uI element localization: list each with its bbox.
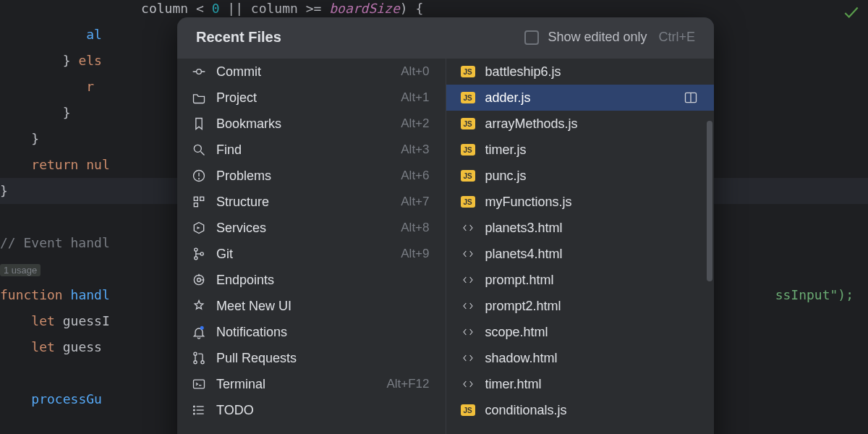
code-line-tail[interactable]: ssInput");	[775, 282, 854, 308]
tool-item-endpoints[interactable]: Endpoints	[177, 267, 446, 293]
svg-point-29	[194, 409, 195, 411]
tool-item-services[interactable]: ServicesAlt+8	[177, 215, 446, 241]
tool-shortcut: Alt+0	[401, 64, 429, 79]
structure-icon	[192, 195, 206, 209]
tool-shortcut: Alt+8	[401, 221, 429, 235]
file-name: conditionals.js	[485, 403, 699, 418]
tool-label: Project	[216, 90, 391, 106]
code-line[interactable]: let guess	[0, 334, 102, 360]
svg-rect-23	[194, 380, 205, 388]
file-name: scope.html	[485, 325, 699, 340]
tool-item-commit[interactable]: CommitAlt+0	[177, 59, 446, 85]
tool-shortcut: Alt+6	[401, 169, 429, 183]
file-item[interactable]: JSconditionals.js	[446, 397, 715, 423]
file-item[interactable]: timer.html	[446, 371, 715, 397]
code-line[interactable]: 1 usage	[0, 256, 41, 284]
html-file-icon	[461, 351, 475, 365]
tool-label: Structure	[216, 195, 391, 210]
svg-point-3	[194, 145, 201, 152]
svg-point-0	[197, 69, 202, 75]
analysis-ok-icon	[842, 3, 861, 22]
code-line[interactable]: al	[0, 22, 102, 48]
recent-files-list: JSbattleship6.jsJSadder.jsJSarrayMethods…	[446, 59, 715, 434]
file-item[interactable]: JSarrayMethods.js	[446, 111, 715, 137]
file-item[interactable]: JStimer.js	[446, 137, 715, 163]
js-file-icon: JS	[461, 196, 475, 208]
file-name: timer.html	[485, 377, 699, 392]
bookmark-icon	[192, 116, 206, 131]
svg-line-4	[201, 152, 205, 156]
todo-icon	[192, 403, 206, 417]
file-item[interactable]: planets4.html	[446, 241, 715, 267]
tool-shortcut: Alt+2	[401, 116, 429, 131]
js-file-icon: JS	[461, 404, 475, 416]
tool-label: Problems	[216, 169, 391, 184]
svg-point-30	[194, 413, 195, 414]
file-name: prompt2.html	[485, 299, 699, 314]
problems-icon	[192, 169, 206, 183]
code-line[interactable]: r	[0, 74, 94, 100]
tool-item-bookmark[interactable]: BookmarksAlt+2	[177, 111, 446, 137]
tool-item-project[interactable]: ProjectAlt+1	[177, 85, 446, 111]
file-item[interactable]: JSmyFunctions.js	[446, 189, 715, 215]
git-icon	[192, 247, 206, 261]
code-line[interactable]: }	[0, 178, 8, 204]
file-item[interactable]: JSadder.js	[446, 85, 715, 111]
services-icon	[192, 221, 206, 235]
recent-files-popup: Recent Files Show edited only Ctrl+E Com…	[177, 17, 714, 434]
svg-rect-8	[194, 197, 197, 200]
tool-item-structure[interactable]: StructureAlt+7	[177, 189, 446, 215]
file-name: shadow.html	[485, 351, 699, 366]
commit-icon	[192, 64, 206, 79]
tool-item-todo[interactable]: TODO	[177, 397, 446, 423]
tool-item-newui[interactable]: Meet New UI	[177, 293, 446, 319]
file-item[interactable]: prompt.html	[446, 267, 715, 293]
code-line[interactable]: }	[0, 126, 39, 152]
checkbox-icon	[524, 30, 539, 45]
tool-item-notif[interactable]: Notifications	[177, 319, 446, 345]
svg-point-13	[200, 252, 203, 255]
tool-item-terminal[interactable]: TerminalAlt+F12	[177, 371, 446, 397]
code-line[interactable]: processGu	[0, 386, 102, 412]
js-file-icon: JS	[461, 66, 475, 77]
svg-rect-10	[194, 203, 197, 207]
html-file-icon	[461, 325, 475, 339]
file-item[interactable]: JSpunc.js	[446, 163, 715, 189]
js-file-icon: JS	[461, 92, 475, 103]
html-file-icon	[461, 377, 475, 391]
html-file-icon	[461, 299, 475, 313]
tool-item-pull[interactable]: Pull Requests	[177, 345, 446, 371]
split-right-icon[interactable]	[684, 90, 698, 105]
svg-point-18	[200, 326, 204, 330]
file-item[interactable]: scope.html	[446, 319, 715, 345]
file-name: planets4.html	[485, 247, 699, 262]
svg-point-19	[194, 352, 197, 355]
scrollbar-thumb[interactable]	[707, 121, 712, 281]
code-line[interactable]: function handl	[0, 282, 110, 308]
svg-point-15	[197, 278, 201, 282]
file-name: planets3.html	[485, 221, 699, 236]
tool-item-find[interactable]: FindAlt+3	[177, 137, 446, 163]
code-line[interactable]: }	[0, 100, 71, 126]
file-name: myFunctions.js	[485, 195, 699, 210]
tool-label: Terminal	[216, 377, 376, 392]
notif-icon	[192, 325, 206, 339]
newui-icon	[192, 299, 206, 313]
html-file-icon	[461, 221, 475, 235]
tool-item-git[interactable]: GitAlt+9	[177, 241, 446, 267]
usage-hint[interactable]: 1 usage	[0, 264, 41, 276]
svg-rect-9	[200, 197, 204, 200]
js-file-icon: JS	[461, 118, 475, 129]
file-item[interactable]: JSbattleship6.js	[446, 59, 715, 85]
code-line[interactable]: return nul	[0, 152, 110, 178]
show-edited-shortcut: Ctrl+E	[658, 30, 695, 45]
file-item[interactable]: planets3.html	[446, 215, 715, 241]
file-item[interactable]: prompt2.html	[446, 293, 715, 319]
code-line[interactable]: // Event handl	[0, 230, 110, 256]
tool-item-problems[interactable]: ProblemsAlt+6	[177, 163, 446, 189]
code-line[interactable]: } els	[0, 48, 102, 74]
show-edited-only-toggle[interactable]: Show edited only Ctrl+E	[524, 30, 695, 45]
file-item[interactable]: shadow.html	[446, 345, 715, 371]
svg-point-11	[195, 248, 197, 251]
code-line[interactable]: let guessI	[0, 308, 110, 334]
